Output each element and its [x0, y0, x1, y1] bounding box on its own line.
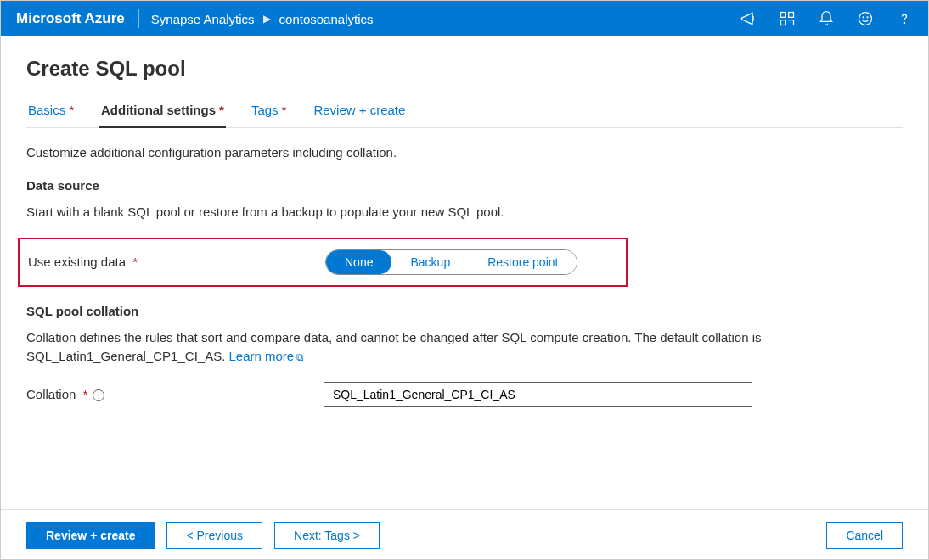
collation-heading: SQL pool collation [26, 304, 903, 318]
svg-rect-2 [781, 20, 786, 25]
top-bar: Microsoft Azure Synapse Analytics ▶ cont… [1, 1, 928, 36]
option-none[interactable]: None [326, 250, 391, 274]
previous-button[interactable]: < Previous [166, 522, 262, 549]
breadcrumb-item[interactable]: contosoanalytics [279, 12, 374, 26]
tab-basics[interactable]: Basics* [26, 103, 76, 127]
collation-label: Collation *i [26, 387, 324, 401]
use-existing-data-toggle: None Backup Restore point [325, 249, 577, 275]
info-icon[interactable]: i [93, 389, 104, 401]
main-content: Create SQL pool Basics* Additional setti… [1, 36, 928, 407]
option-restore-point[interactable]: Restore point [469, 250, 577, 274]
breadcrumb: Synapse Analytics ▶ contosoanalytics [151, 12, 374, 26]
highlight-annotation: Use existing data * None Backup Restore … [18, 238, 628, 287]
footer-bar: Review + create < Previous Next: Tags > … [1, 509, 928, 560]
tab-review-create[interactable]: Review + create [312, 103, 407, 127]
option-backup[interactable]: Backup [391, 250, 469, 274]
required-indicator: * [282, 103, 287, 117]
data-source-heading: Data source [26, 178, 903, 193]
external-link-icon: ⧉ [296, 350, 304, 365]
smile-icon[interactable] [857, 10, 874, 27]
review-create-button[interactable]: Review + create [26, 522, 155, 549]
breadcrumb-item[interactable]: Synapse Analytics [151, 12, 255, 26]
directory-icon[interactable] [779, 10, 796, 27]
learn-more-link[interactable]: Learn more⧉ [229, 349, 305, 363]
help-icon[interactable] [896, 10, 913, 27]
bell-icon[interactable] [818, 10, 835, 27]
next-button[interactable]: Next: Tags > [274, 522, 380, 549]
svg-rect-1 [789, 13, 794, 18]
collation-text: Collation defines the rules that sort an… [26, 328, 903, 367]
svg-point-4 [863, 17, 864, 18]
svg-point-6 [904, 22, 904, 23]
required-indicator: * [69, 103, 74, 117]
top-icons [740, 10, 913, 27]
use-existing-data-label: Use existing data * [28, 255, 325, 269]
tabs: Basics* Additional settings* Tags* Revie… [26, 103, 903, 128]
required-indicator: * [219, 103, 224, 117]
brand-logo[interactable]: Microsoft Azure [16, 10, 125, 27]
collation-input[interactable] [324, 382, 752, 407]
data-source-text: Start with a blank SQL pool or restore f… [26, 203, 903, 222]
divider [138, 9, 139, 28]
cancel-button[interactable]: Cancel [826, 522, 903, 549]
page-title: Create SQL pool [26, 57, 903, 81]
intro-text: Customize additional configuration param… [26, 145, 903, 160]
svg-point-3 [859, 13, 872, 25]
chevron-right-icon: ▶ [263, 13, 271, 25]
tab-tags[interactable]: Tags* [250, 103, 289, 127]
announce-icon[interactable] [740, 10, 757, 27]
svg-point-5 [867, 17, 868, 18]
tab-additional-settings[interactable]: Additional settings* [99, 103, 226, 128]
svg-rect-0 [781, 13, 786, 18]
